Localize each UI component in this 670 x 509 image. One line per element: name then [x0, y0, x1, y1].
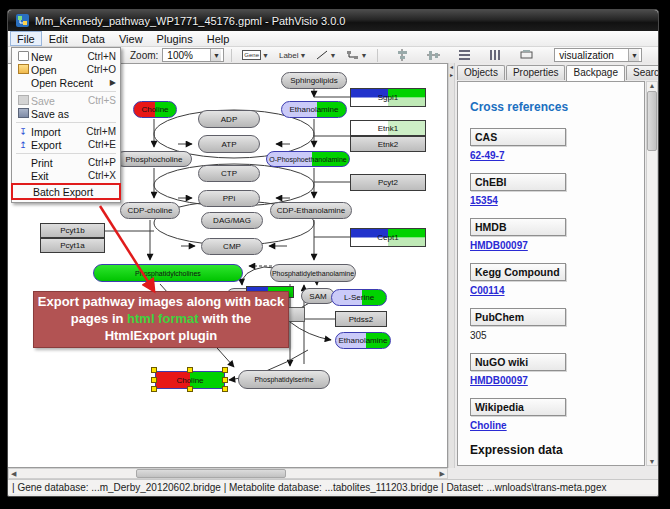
menubar-item-file[interactable]: File: [10, 31, 42, 46]
menu-item-exit[interactable]: ExitCtrl+X: [13, 169, 119, 182]
selection-handle[interactable]: [187, 386, 193, 392]
pathway-node-cmp[interactable]: CMP: [201, 238, 263, 255]
menubar-item-edit[interactable]: Edit: [42, 31, 75, 46]
pathway-node-etnk1[interactable]: Etnk1: [350, 120, 426, 136]
reference-link-hmdb00097[interactable]: HMDB00097: [470, 240, 528, 251]
panel-splitter[interactable]: ◂▸: [448, 63, 455, 468]
selection-handle[interactable]: [222, 367, 228, 373]
pathway-node-phosphocholine[interactable]: Phosphocholine: [116, 151, 192, 167]
canvas-horizontal-scrollbar[interactable]: ◀ ▶: [8, 468, 448, 479]
scroll-right-icon[interactable]: ▶: [440, 470, 445, 478]
connector-tool-button[interactable]: ▼: [343, 48, 370, 63]
common-size-button[interactable]: [517, 48, 536, 63]
menu-item-save[interactable]: SaveCtrl+S: [13, 94, 119, 107]
pathway-node-ethanolamine[interactable]: Ethanolamine: [335, 332, 391, 349]
reference-link-15354[interactable]: 15354: [470, 195, 498, 206]
align-center-button[interactable]: [393, 48, 412, 63]
pathway-node-adp[interactable]: ADP: [198, 110, 260, 128]
label-tool-button[interactable]: Label ▼: [276, 48, 310, 63]
menu-item-shortcut: Ctrl+E: [88, 139, 116, 150]
callout-line2-post: with the: [199, 311, 252, 326]
menubar-item-data[interactable]: Data: [75, 31, 112, 46]
selection-handle[interactable]: [187, 367, 193, 373]
scroll-left-icon[interactable]: ◀: [11, 470, 16, 478]
selection-handle[interactable]: [151, 377, 157, 383]
pathway-node-cdp-choline[interactable]: CDP-choline: [120, 202, 180, 219]
selection-handle[interactable]: [222, 377, 228, 383]
splitter-collapse-icon[interactable]: ◂▸: [449, 63, 454, 79]
pathway-node-phosphatidylethanolamine[interactable]: Phosphatidylethanolamine: [270, 264, 356, 282]
scroll-down-icon[interactable]: ▼: [649, 458, 656, 465]
pathway-node-ethanolamine[interactable]: Ethanolamine: [281, 101, 347, 118]
distribute-rows-icon: [458, 49, 471, 61]
pathway-node-choline[interactable]: Choline: [133, 101, 177, 118]
sidebar-vertical-scrollbar[interactable]: ▲ ▼: [646, 81, 658, 466]
selection-handle[interactable]: [222, 386, 228, 392]
menu-item-open[interactable]: OpenCtrl+O: [13, 63, 119, 76]
pathway-node-pcyt1a[interactable]: Pcyt1a: [40, 238, 105, 253]
menu-item-print[interactable]: PrintCtrl+P: [13, 156, 119, 169]
tab-search[interactable]: Search: [626, 65, 659, 80]
menubar-item-view[interactable]: View: [112, 31, 150, 46]
pathway-node-phosphatidylcholines[interactable]: Phosphatidylcholines: [93, 264, 243, 282]
distribute-rows-button[interactable]: [455, 48, 474, 63]
pathway-node-ptdss2[interactable]: Ptdss2: [335, 311, 387, 327]
chevron-down-icon[interactable]: ▼: [300, 52, 307, 59]
reference-link-choline[interactable]: Choline: [470, 420, 507, 431]
title-bar[interactable]: Mm_Kennedy_pathway_WP1771_45176.gpml - P…: [8, 10, 658, 31]
reference-link-62-49-7[interactable]: 62-49-7: [470, 150, 504, 161]
chevron-down-icon[interactable]: ▼: [262, 52, 269, 59]
reference-source-hmdb: HMDB: [470, 218, 566, 236]
zoom-combobox[interactable]: 100% ▼: [162, 48, 224, 62]
chevron-down-icon[interactable]: ▼: [210, 49, 221, 61]
reference-link-c00114[interactable]: C00114: [470, 285, 504, 296]
menu-item-import[interactable]: ↧ImportCtrl+M: [13, 125, 119, 138]
reference-id: Choline: [470, 420, 644, 431]
pathway-node-pcyt2[interactable]: Pcyt2: [350, 174, 426, 191]
pathway-node-sphingolipids[interactable]: Sphingolipids: [281, 72, 347, 89]
menu-item-batch-export[interactable]: Batch Export: [11, 183, 121, 200]
reference-id: C00114: [470, 285, 644, 296]
pathway-node-o-phosphoethanolamine[interactable]: O-Phosphoethanolamine: [266, 151, 350, 167]
chevron-down-icon[interactable]: ▼: [360, 52, 367, 59]
pathway-node-atp[interactable]: ATP: [198, 135, 260, 153]
visualization-combobox[interactable]: visualization ▼: [554, 48, 642, 62]
callout-line1: Export pathway images along with back: [38, 294, 284, 309]
tab-backpage[interactable]: Backpage: [566, 65, 624, 81]
save-as-icon: [15, 108, 31, 120]
pathway-node-dag-mag[interactable]: DAG/MAG: [201, 212, 263, 229]
chevron-down-icon[interactable]: ▼: [628, 49, 639, 61]
menubar-item-plugins[interactable]: Plugins: [150, 31, 200, 46]
pathway-node-ppi[interactable]: PPi: [198, 190, 260, 207]
reference-source-kegg-compound: Kegg Compound: [470, 263, 566, 281]
menu-item-save-as[interactable]: Save as: [13, 107, 119, 120]
pathway-node-l-serine[interactable]: L-Serine: [331, 289, 387, 306]
gene-node-tool-button[interactable]: Gene ▼: [239, 48, 272, 63]
menubar-item-help[interactable]: Help: [200, 31, 237, 46]
pathway-node-sgpl1[interactable]: Sgpl1: [350, 88, 426, 107]
pathway-node-etnk2[interactable]: Etnk2: [350, 136, 426, 152]
pathway-node-cdp-ethanolamine[interactable]: CDP-Ethanolamine: [270, 202, 352, 219]
scroll-up-icon[interactable]: ▲: [649, 82, 656, 89]
scrollbar-thumb[interactable]: [136, 469, 286, 478]
selection-handle[interactable]: [151, 386, 157, 392]
menu-item-new[interactable]: NewCtrl+N: [13, 50, 119, 63]
menu-item-open-recent[interactable]: Open Recent▶: [13, 76, 119, 89]
align-middle-button[interactable]: [424, 48, 443, 63]
pathway-node-pcyt1b[interactable]: Pcyt1b: [40, 223, 105, 238]
chevron-down-icon[interactable]: ▼: [329, 52, 336, 59]
reference-link-hmdb00097[interactable]: HMDB00097: [470, 375, 528, 386]
selection-handle[interactable]: [151, 367, 157, 373]
scrollbar-thumb[interactable]: [647, 91, 657, 151]
line-tool-button[interactable]: ▼: [313, 48, 339, 63]
pathway-node-sam[interactable]: SAM: [301, 288, 335, 304]
pathway-node-phosphatidylserine[interactable]: Phosphatidylserine: [238, 370, 330, 389]
distribute-columns-button[interactable]: [486, 48, 505, 63]
tab-objects[interactable]: Objects: [457, 65, 505, 80]
pathway-node-ctp[interactable]: CTP: [198, 165, 260, 182]
import-icon: ↧: [15, 127, 31, 137]
menu-item-export[interactable]: ↥ExportCtrl+E: [13, 138, 119, 151]
tab-properties[interactable]: Properties: [506, 65, 566, 80]
pathway-node-cept1[interactable]: Cept1: [350, 228, 426, 247]
status-bar: | Gene database: ...m_Derby_20120602.bri…: [8, 479, 659, 494]
